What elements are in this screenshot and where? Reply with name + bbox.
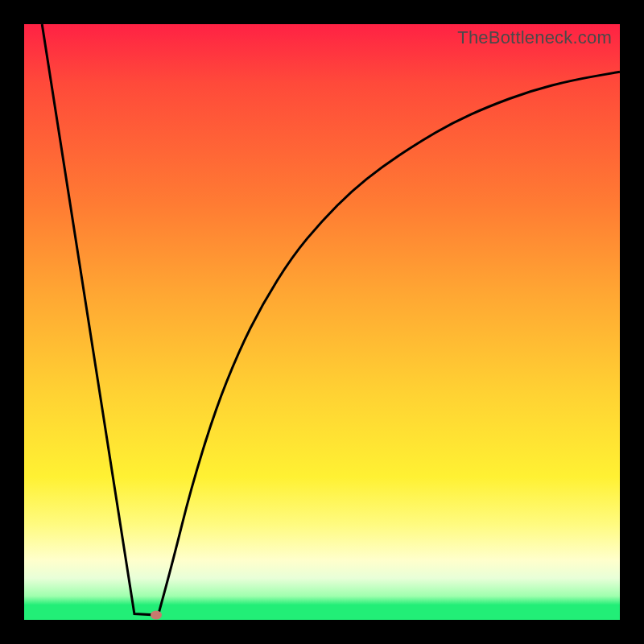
optimal-point-marker	[151, 611, 162, 620]
bottleneck-curve	[24, 24, 620, 620]
plot-area: TheBottleneck.com	[24, 24, 620, 620]
curve-path	[42, 24, 620, 615]
chart-frame: TheBottleneck.com	[0, 0, 644, 644]
